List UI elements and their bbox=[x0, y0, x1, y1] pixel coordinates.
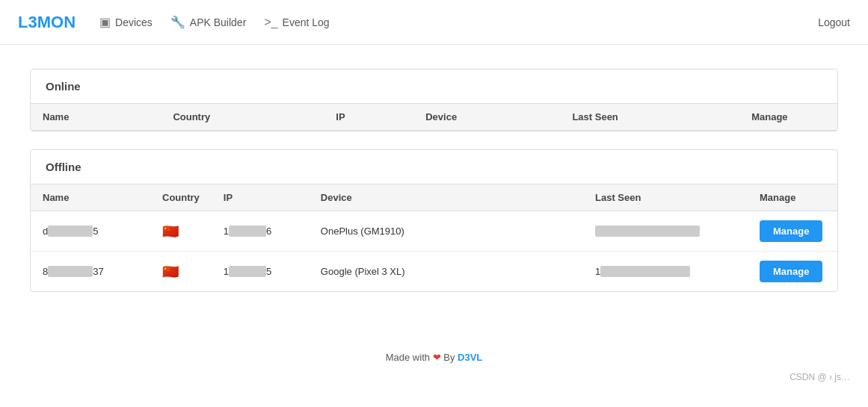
offline-table-row: d 5🇨🇳1 6OnePlus (GM1910) Manage bbox=[31, 211, 837, 252]
brand-prefix: L3 bbox=[18, 13, 37, 31]
country-flag: 🇨🇳 bbox=[162, 224, 179, 239]
offline-row-device: OnePlus (GM1910) bbox=[309, 211, 583, 252]
offline-row-device: Google (Pixel 3 XL) bbox=[309, 252, 583, 292]
online-col-device: Device bbox=[413, 104, 560, 131]
online-table: Name Country IP Device Last Seen Manage bbox=[31, 103, 837, 131]
offline-col-manage: Manage bbox=[748, 184, 837, 211]
offline-row-ip: 1 6 bbox=[212, 211, 309, 252]
footer-text-prefix: Made with bbox=[386, 352, 430, 363]
watermark: CSDN @ › js… bbox=[0, 369, 868, 388]
offline-table-row: 8 37🇨🇳1 5Google (Pixel 3 XL)1 Manage bbox=[31, 252, 837, 292]
offline-col-ip: IP bbox=[212, 184, 309, 211]
offline-row-name: 8 37 bbox=[31, 252, 150, 292]
online-col-lastseen: Last Seen bbox=[560, 104, 739, 131]
nav-devices-label: Devices bbox=[115, 16, 153, 28]
online-col-name: Name bbox=[31, 104, 161, 131]
devices-icon: ▣ bbox=[99, 15, 111, 29]
offline-row-ip: 1 5 bbox=[212, 252, 309, 292]
nav-devices[interactable]: ▣ Devices bbox=[99, 15, 153, 29]
offline-panel: Offline Name Country IP Device Last Seen… bbox=[30, 149, 838, 292]
navbar: L3MON ▣ Devices 🔧 APK Builder >_ Event L… bbox=[0, 0, 868, 45]
apkbuilder-icon: 🔧 bbox=[170, 15, 185, 29]
offline-col-device: Device bbox=[309, 184, 583, 211]
footer: Made with ❤ By D3VL bbox=[0, 334, 868, 369]
brand-logo[interactable]: L3MON bbox=[18, 13, 76, 32]
footer-author: D3VL bbox=[458, 352, 482, 363]
offline-row-manage-cell: Manage bbox=[748, 211, 837, 252]
offline-row-lastseen: 1 bbox=[583, 252, 748, 292]
offline-table: Name Country IP Device Last Seen Manage … bbox=[31, 184, 837, 291]
offline-col-lastseen: Last Seen bbox=[583, 184, 748, 211]
nav-apkbuilder-label: APK Builder bbox=[190, 16, 246, 28]
offline-row-country: 🇨🇳 bbox=[150, 211, 212, 252]
footer-heart: ❤ bbox=[433, 352, 441, 363]
online-section-title: Online bbox=[31, 69, 837, 103]
online-panel: Online Name Country IP Device Last Seen … bbox=[30, 69, 838, 131]
offline-table-body: d 5🇨🇳1 6OnePlus (GM1910) Manage8 37🇨🇳1 5… bbox=[31, 211, 837, 292]
nav-links: ▣ Devices 🔧 APK Builder >_ Event Log bbox=[99, 15, 818, 29]
offline-section-title: Offline bbox=[31, 150, 837, 184]
eventlog-icon: >_ bbox=[264, 16, 277, 29]
online-col-manage: Manage bbox=[739, 104, 837, 131]
manage-button-0[interactable]: Manage bbox=[760, 220, 822, 242]
country-flag: 🇨🇳 bbox=[162, 264, 179, 279]
online-col-country: Country bbox=[161, 104, 324, 131]
logout-button[interactable]: Logout bbox=[818, 16, 850, 28]
nav-eventlog[interactable]: >_ Event Log bbox=[264, 16, 329, 29]
offline-col-name: Name bbox=[31, 184, 150, 211]
offline-table-header: Name Country IP Device Last Seen Manage bbox=[31, 184, 837, 211]
offline-row-lastseen bbox=[583, 211, 748, 252]
offline-row-manage-cell: Manage bbox=[748, 252, 837, 292]
nav-apkbuilder[interactable]: 🔧 APK Builder bbox=[170, 15, 246, 29]
online-table-header: Name Country IP Device Last Seen Manage bbox=[31, 104, 837, 131]
manage-button-1[interactable]: Manage bbox=[760, 261, 822, 282]
offline-row-name: d 5 bbox=[31, 211, 150, 252]
nav-eventlog-label: Event Log bbox=[283, 16, 330, 28]
online-col-ip: IP bbox=[324, 104, 413, 131]
main-content: Online Name Country IP Device Last Seen … bbox=[0, 45, 868, 334]
footer-text-middle: By bbox=[443, 352, 455, 363]
brand-suffix: MON bbox=[37, 13, 76, 31]
offline-col-country: Country bbox=[150, 184, 212, 211]
offline-row-country: 🇨🇳 bbox=[150, 252, 212, 292]
